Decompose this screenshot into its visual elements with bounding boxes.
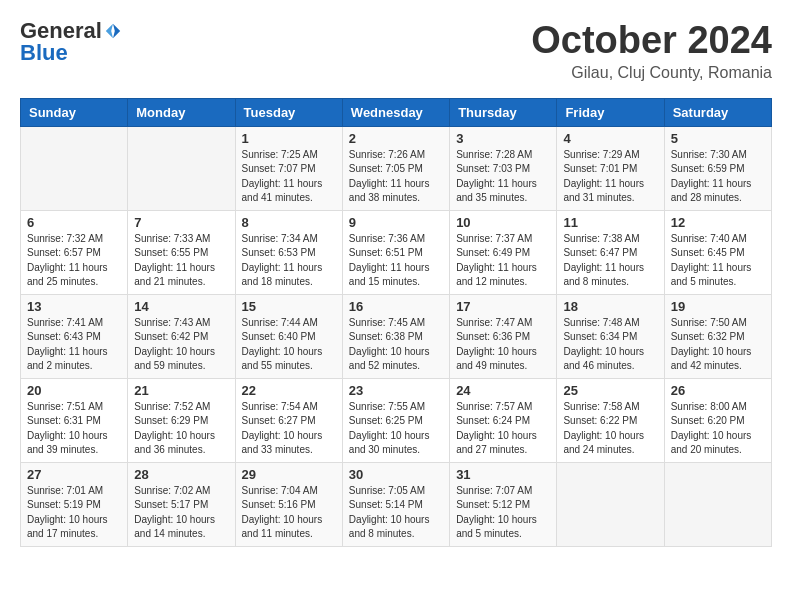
logo-icon bbox=[104, 22, 122, 40]
svg-marker-0 bbox=[113, 24, 120, 38]
day-number: 16 bbox=[349, 299, 443, 314]
day-info: Sunrise: 7:52 AM Sunset: 6:29 PM Dayligh… bbox=[134, 400, 228, 458]
day-info: Sunrise: 7:47 AM Sunset: 6:36 PM Dayligh… bbox=[456, 316, 550, 374]
calendar-cell: 18Sunrise: 7:48 AM Sunset: 6:34 PM Dayli… bbox=[557, 294, 664, 378]
day-info: Sunrise: 7:58 AM Sunset: 6:22 PM Dayligh… bbox=[563, 400, 657, 458]
day-number: 5 bbox=[671, 131, 765, 146]
calendar-cell: 6Sunrise: 7:32 AM Sunset: 6:57 PM Daylig… bbox=[21, 210, 128, 294]
day-info: Sunrise: 7:32 AM Sunset: 6:57 PM Dayligh… bbox=[27, 232, 121, 290]
calendar-cell: 16Sunrise: 7:45 AM Sunset: 6:38 PM Dayli… bbox=[342, 294, 449, 378]
calendar-cell: 11Sunrise: 7:38 AM Sunset: 6:47 PM Dayli… bbox=[557, 210, 664, 294]
calendar-cell: 29Sunrise: 7:04 AM Sunset: 5:16 PM Dayli… bbox=[235, 462, 342, 546]
day-info: Sunrise: 7:48 AM Sunset: 6:34 PM Dayligh… bbox=[563, 316, 657, 374]
day-number: 20 bbox=[27, 383, 121, 398]
calendar-cell bbox=[128, 126, 235, 210]
calendar-cell bbox=[21, 126, 128, 210]
logo: General Blue bbox=[20, 20, 122, 64]
location-subtitle: Gilau, Cluj County, Romania bbox=[531, 64, 772, 82]
day-number: 31 bbox=[456, 467, 550, 482]
day-number: 29 bbox=[242, 467, 336, 482]
header-day-saturday: Saturday bbox=[664, 98, 771, 126]
svg-marker-1 bbox=[106, 24, 113, 38]
day-info: Sunrise: 7:44 AM Sunset: 6:40 PM Dayligh… bbox=[242, 316, 336, 374]
day-info: Sunrise: 7:43 AM Sunset: 6:42 PM Dayligh… bbox=[134, 316, 228, 374]
header-day-friday: Friday bbox=[557, 98, 664, 126]
day-number: 6 bbox=[27, 215, 121, 230]
day-number: 1 bbox=[242, 131, 336, 146]
day-number: 7 bbox=[134, 215, 228, 230]
day-info: Sunrise: 7:40 AM Sunset: 6:45 PM Dayligh… bbox=[671, 232, 765, 290]
day-number: 22 bbox=[242, 383, 336, 398]
day-number: 30 bbox=[349, 467, 443, 482]
day-number: 4 bbox=[563, 131, 657, 146]
day-number: 15 bbox=[242, 299, 336, 314]
calendar-cell: 30Sunrise: 7:05 AM Sunset: 5:14 PM Dayli… bbox=[342, 462, 449, 546]
calendar-cell: 31Sunrise: 7:07 AM Sunset: 5:12 PM Dayli… bbox=[450, 462, 557, 546]
calendar-cell bbox=[557, 462, 664, 546]
day-info: Sunrise: 7:41 AM Sunset: 6:43 PM Dayligh… bbox=[27, 316, 121, 374]
day-info: Sunrise: 7:25 AM Sunset: 7:07 PM Dayligh… bbox=[242, 148, 336, 206]
day-number: 13 bbox=[27, 299, 121, 314]
day-number: 14 bbox=[134, 299, 228, 314]
header-day-thursday: Thursday bbox=[450, 98, 557, 126]
day-number: 23 bbox=[349, 383, 443, 398]
calendar-cell: 4Sunrise: 7:29 AM Sunset: 7:01 PM Daylig… bbox=[557, 126, 664, 210]
calendar-cell: 21Sunrise: 7:52 AM Sunset: 6:29 PM Dayli… bbox=[128, 378, 235, 462]
day-info: Sunrise: 7:34 AM Sunset: 6:53 PM Dayligh… bbox=[242, 232, 336, 290]
header-day-monday: Monday bbox=[128, 98, 235, 126]
calendar-cell: 20Sunrise: 7:51 AM Sunset: 6:31 PM Dayli… bbox=[21, 378, 128, 462]
header-day-tuesday: Tuesday bbox=[235, 98, 342, 126]
calendar-body: 1Sunrise: 7:25 AM Sunset: 7:07 PM Daylig… bbox=[21, 126, 772, 546]
day-number: 27 bbox=[27, 467, 121, 482]
day-number: 12 bbox=[671, 215, 765, 230]
calendar-cell: 8Sunrise: 7:34 AM Sunset: 6:53 PM Daylig… bbox=[235, 210, 342, 294]
calendar-week-4: 20Sunrise: 7:51 AM Sunset: 6:31 PM Dayli… bbox=[21, 378, 772, 462]
day-info: Sunrise: 7:05 AM Sunset: 5:14 PM Dayligh… bbox=[349, 484, 443, 542]
calendar-cell: 10Sunrise: 7:37 AM Sunset: 6:49 PM Dayli… bbox=[450, 210, 557, 294]
header-day-sunday: Sunday bbox=[21, 98, 128, 126]
day-number: 17 bbox=[456, 299, 550, 314]
day-info: Sunrise: 7:38 AM Sunset: 6:47 PM Dayligh… bbox=[563, 232, 657, 290]
header-day-wednesday: Wednesday bbox=[342, 98, 449, 126]
day-number: 2 bbox=[349, 131, 443, 146]
day-info: Sunrise: 7:02 AM Sunset: 5:17 PM Dayligh… bbox=[134, 484, 228, 542]
day-number: 28 bbox=[134, 467, 228, 482]
day-info: Sunrise: 7:29 AM Sunset: 7:01 PM Dayligh… bbox=[563, 148, 657, 206]
calendar-week-1: 1Sunrise: 7:25 AM Sunset: 7:07 PM Daylig… bbox=[21, 126, 772, 210]
day-info: Sunrise: 7:45 AM Sunset: 6:38 PM Dayligh… bbox=[349, 316, 443, 374]
day-info: Sunrise: 7:51 AM Sunset: 6:31 PM Dayligh… bbox=[27, 400, 121, 458]
day-number: 10 bbox=[456, 215, 550, 230]
day-number: 19 bbox=[671, 299, 765, 314]
day-info: Sunrise: 7:50 AM Sunset: 6:32 PM Dayligh… bbox=[671, 316, 765, 374]
calendar-cell: 13Sunrise: 7:41 AM Sunset: 6:43 PM Dayli… bbox=[21, 294, 128, 378]
calendar-cell: 14Sunrise: 7:43 AM Sunset: 6:42 PM Dayli… bbox=[128, 294, 235, 378]
calendar-week-3: 13Sunrise: 7:41 AM Sunset: 6:43 PM Dayli… bbox=[21, 294, 772, 378]
calendar-cell: 3Sunrise: 7:28 AM Sunset: 7:03 PM Daylig… bbox=[450, 126, 557, 210]
day-number: 9 bbox=[349, 215, 443, 230]
calendar-cell: 5Sunrise: 7:30 AM Sunset: 6:59 PM Daylig… bbox=[664, 126, 771, 210]
day-info: Sunrise: 7:07 AM Sunset: 5:12 PM Dayligh… bbox=[456, 484, 550, 542]
day-info: Sunrise: 7:30 AM Sunset: 6:59 PM Dayligh… bbox=[671, 148, 765, 206]
day-number: 26 bbox=[671, 383, 765, 398]
calendar-cell: 15Sunrise: 7:44 AM Sunset: 6:40 PM Dayli… bbox=[235, 294, 342, 378]
day-info: Sunrise: 7:01 AM Sunset: 5:19 PM Dayligh… bbox=[27, 484, 121, 542]
calendar-header: SundayMondayTuesdayWednesdayThursdayFrid… bbox=[21, 98, 772, 126]
header-row: SundayMondayTuesdayWednesdayThursdayFrid… bbox=[21, 98, 772, 126]
day-info: Sunrise: 7:04 AM Sunset: 5:16 PM Dayligh… bbox=[242, 484, 336, 542]
calendar-cell: 22Sunrise: 7:54 AM Sunset: 6:27 PM Dayli… bbox=[235, 378, 342, 462]
day-info: Sunrise: 7:36 AM Sunset: 6:51 PM Dayligh… bbox=[349, 232, 443, 290]
day-info: Sunrise: 7:33 AM Sunset: 6:55 PM Dayligh… bbox=[134, 232, 228, 290]
month-title: October 2024 bbox=[531, 20, 772, 62]
day-number: 8 bbox=[242, 215, 336, 230]
title-block: October 2024 Gilau, Cluj County, Romania bbox=[531, 20, 772, 82]
logo-general-text: General bbox=[20, 20, 102, 42]
day-number: 24 bbox=[456, 383, 550, 398]
calendar-cell: 25Sunrise: 7:58 AM Sunset: 6:22 PM Dayli… bbox=[557, 378, 664, 462]
day-info: Sunrise: 7:37 AM Sunset: 6:49 PM Dayligh… bbox=[456, 232, 550, 290]
day-number: 21 bbox=[134, 383, 228, 398]
day-number: 18 bbox=[563, 299, 657, 314]
calendar-cell: 28Sunrise: 7:02 AM Sunset: 5:17 PM Dayli… bbox=[128, 462, 235, 546]
calendar-table: SundayMondayTuesdayWednesdayThursdayFrid… bbox=[20, 98, 772, 547]
day-info: Sunrise: 7:54 AM Sunset: 6:27 PM Dayligh… bbox=[242, 400, 336, 458]
calendar-week-5: 27Sunrise: 7:01 AM Sunset: 5:19 PM Dayli… bbox=[21, 462, 772, 546]
